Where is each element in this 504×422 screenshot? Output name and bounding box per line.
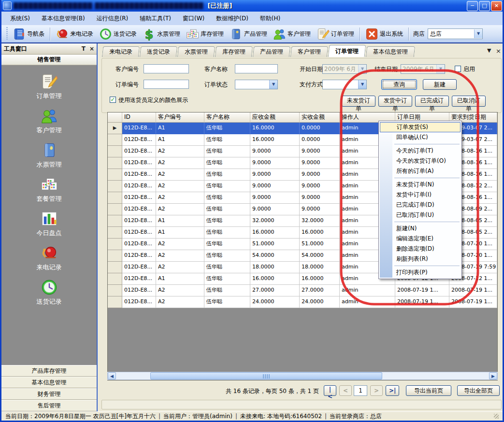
sidebar-group-产品库存管理[interactable]: 产品库存管理 — [1, 365, 97, 377]
tab-水票管理[interactable]: 水票管理 — [177, 46, 215, 57]
tab-list-dropdown-icon[interactable]: ▼ — [487, 47, 491, 54]
sidebar-group-基本信息管理[interactable]: 基本信息管理 — [1, 377, 97, 388]
context-menu-item-today-orders[interactable]: 今天的订单(T) — [380, 146, 461, 156]
sidebar-item-order[interactable]: 订单管理 — [37, 73, 62, 100]
query-button[interactable]: 查询 — [381, 79, 417, 90]
sidebar-group-售后管理[interactable]: 售后管理 — [1, 400, 97, 411]
sidebar-item-incoming-call[interactable]: 来电记录 — [37, 244, 62, 272]
column-header-ID[interactable]: ID — [122, 113, 156, 123]
order-no-input[interactable] — [144, 80, 189, 89]
sidebar-group-财务管理[interactable]: 财务管理 — [1, 388, 97, 400]
row-selector-cell[interactable] — [108, 227, 122, 239]
row-selector-cell[interactable] — [108, 146, 122, 157]
toolbar-customer-button[interactable]: 客户管理 — [270, 27, 314, 42]
menubar-item-data-maintain[interactable]: 数据维护(D) — [210, 13, 254, 24]
chevron-down-icon[interactable]: ▼ — [269, 80, 277, 89]
column-header-应收金额[interactable]: 应收金额 — [250, 113, 300, 123]
context-menu-item-delete-selected[interactable]: 删除选定项(D) — [380, 244, 461, 254]
tab-来电记录[interactable]: 来电记录 — [102, 46, 140, 57]
row-selector-cell[interactable] — [108, 169, 122, 181]
next-page-button[interactable]: > — [370, 385, 383, 396]
toolbar-order-button[interactable]: 订单管理 — [314, 27, 357, 42]
toolbar-water-ticket-button[interactable]: $水票管理 — [140, 27, 183, 42]
context-menu-item-print-list[interactable]: 打印列表(P) — [380, 267, 461, 278]
row-selector-cell[interactable] — [108, 157, 122, 169]
maximize-button[interactable]: □ — [479, 1, 490, 11]
color-display-checkbox[interactable]: ✓ — [110, 97, 116, 103]
context-menu-item-all-orders[interactable]: 所有的订单(A) — [380, 166, 461, 176]
scrollbar-thumb[interactable] — [150, 372, 382, 380]
customer-name-input[interactable] — [235, 64, 278, 73]
row-selector-cell[interactable] — [108, 192, 122, 204]
close-button[interactable]: × — [491, 1, 502, 11]
minimize-button[interactable]: ─ — [467, 1, 478, 11]
row-selector-cell[interactable] — [108, 134, 122, 146]
chevron-down-icon[interactable]: ▼ — [358, 80, 366, 89]
context-menu-item-completed-orders[interactable]: 已完成订单(D) — [380, 200, 461, 210]
toolbar-inventory-button[interactable]: 库存管理 — [183, 27, 227, 42]
end-date-picker[interactable]: 2009年 6月 8日 ▼ — [401, 64, 445, 74]
menubar-item-help[interactable]: 帮助(H) — [254, 13, 286, 24]
row-selector-cell[interactable] — [108, 285, 122, 296]
row-selector-cell[interactable] — [108, 204, 122, 215]
tab-库存管理[interactable]: 库存管理 — [215, 46, 253, 57]
row-selector-cell[interactable] — [108, 273, 122, 285]
shop-select[interactable]: 总店 ▼ — [428, 28, 483, 39]
prev-page-button[interactable]: < — [339, 385, 352, 396]
enable-date-checkbox[interactable] — [455, 66, 461, 72]
context-menu-item-cancelled-orders[interactable]: 已取消订单(U) — [380, 210, 461, 220]
row-selector-cell[interactable] — [108, 239, 122, 250]
page-number-input[interactable] — [354, 385, 367, 396]
tab-客户管理[interactable]: 客户管理 — [290, 46, 328, 57]
table-row[interactable]: 012D-E8...A2伍华聪24.000024.0000admin2008-0… — [108, 296, 497, 308]
row-selector-cell[interactable] — [108, 215, 122, 227]
menubar-item-window[interactable]: 窗口(W) — [177, 13, 210, 24]
customer-no-input[interactable] — [144, 64, 189, 73]
column-header-客户编号[interactable]: 客户编号 — [156, 113, 204, 123]
status-filter-button-3[interactable]: 已取消订单 — [452, 96, 486, 107]
start-date-picker[interactable]: 2009年 6月 8日 ▼ — [322, 64, 367, 74]
context-menu-item-order-ship[interactable]: 订单发货(S) — [380, 122, 461, 132]
export-all-pages-button[interactable]: 导出全部页 — [457, 385, 500, 396]
context-menu-item-today-shipped-orders[interactable]: 今天的发货订单(O) — [380, 156, 461, 166]
order-status-select[interactable]: ▼ — [235, 80, 278, 89]
row-selector-cell[interactable] — [108, 262, 122, 273]
toolbar-navigator-button[interactable]: 导航条 — [10, 27, 47, 42]
status-filter-button-1[interactable]: 发货中订单 — [378, 96, 412, 107]
first-page-button[interactable]: |< — [324, 385, 336, 396]
row-selector-cell[interactable] — [108, 250, 122, 262]
scroll-left-icon[interactable]: ◀ — [108, 372, 116, 380]
column-header-实收金额[interactable]: 实收金额 — [300, 113, 340, 123]
sidebar-group-sales[interactable]: 销售管理 — [1, 55, 97, 65]
sidebar-item-water-ticket[interactable]: 水票管理 — [37, 141, 62, 169]
menubar-item-basic-info[interactable]: 基本信息管理(B) — [36, 13, 91, 24]
payment-select[interactable]: ▼ — [322, 80, 367, 89]
sidebar-close-icon[interactable]: × — [89, 45, 94, 52]
tab-close-icon[interactable]: × — [496, 47, 501, 55]
menubar-item-run-info[interactable]: 运行信息(R) — [91, 13, 134, 24]
toolbar-product-button[interactable]: 产品管理 — [227, 27, 270, 42]
last-page-button[interactable]: >| — [386, 385, 399, 396]
context-menu-item-unshipped-orders[interactable]: 未发货订单(N) — [380, 180, 461, 190]
context-menu-item-receipt-confirm[interactable]: 回单确认(C) — [380, 132, 461, 142]
context-menu-item-edit-selected[interactable]: 编辑选定项(E) — [380, 234, 461, 244]
horizontal-scrollbar[interactable]: ◀ ▶ — [107, 372, 498, 380]
sidebar-item-delivery-record[interactable]: 送货记录 — [37, 279, 62, 306]
toolbar-incoming-call-button[interactable]: 来电记录 — [53, 27, 96, 42]
toolbar-delivery-record-button[interactable]: 送货记录 — [96, 27, 140, 42]
pin-icon[interactable]: T — [82, 45, 86, 52]
tab-产品管理[interactable]: 产品管理 — [253, 46, 290, 57]
tab-送货记录[interactable]: 送货记录 — [140, 46, 177, 57]
sidebar-item-today-check[interactable]: 今日盘点 — [37, 210, 62, 238]
row-selector-cell[interactable] — [108, 181, 122, 192]
context-menu-item-refresh-list[interactable]: 刷新列表(R) — [380, 254, 461, 264]
sidebar-item-package[interactable]: 套餐管理 — [37, 176, 62, 203]
export-current-page-button[interactable]: 导出当前页 — [406, 385, 451, 396]
tab-基本信息管理[interactable]: 基本信息管理 — [366, 46, 415, 57]
menubar-item-system[interactable]: 系统(S) — [4, 13, 36, 24]
row-selector-cell[interactable]: ▶ — [108, 123, 122, 134]
status-filter-button-2[interactable]: 已完成订单 — [415, 96, 449, 107]
tab-订单管理[interactable]: 订单管理 — [328, 45, 366, 57]
column-header-客户名称[interactable]: 客户名称 — [204, 113, 250, 123]
new-button[interactable]: 新建 — [423, 79, 457, 90]
